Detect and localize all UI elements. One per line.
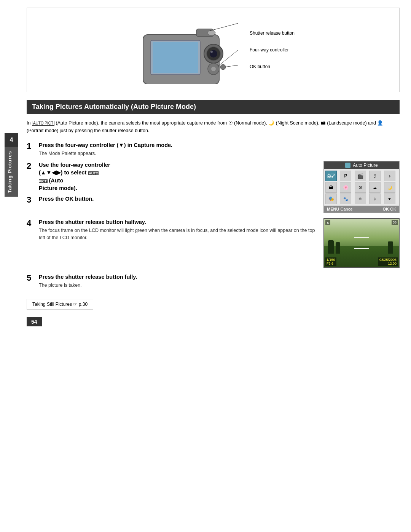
palette-mode7[interactable]: 🌸 — [340, 182, 351, 193]
step-5-sub: The picture is taken. — [39, 282, 400, 289]
palette-mode11[interactable]: 🎭 — [325, 193, 337, 204]
palette-mode12[interactable]: 🐾 — [340, 193, 351, 204]
step-1-row: 1 Press the four-way controller (▼) in C… — [27, 141, 400, 157]
svg-point-8 — [210, 51, 213, 53]
auto-pict-icon: AUTO PICT — [32, 121, 54, 126]
palette-mode9[interactable]: ☁ — [369, 182, 381, 193]
step-4-inner: 4 Press the shutter release button halfw… — [27, 218, 316, 241]
lcd-shutter-speed: 1/150 — [327, 258, 335, 262]
step-5-title: Press the shutter release button fully. — [39, 273, 400, 281]
palette-mode10[interactable]: 🌙 — [384, 182, 395, 193]
intro-paragraph: In AUTO PICT (Auto Picture mode), the ca… — [27, 119, 400, 134]
step-1-content: Press the four-way controller (▼) in Cap… — [39, 141, 400, 157]
step-4-row: 4 Press the shutter release button halfw… — [27, 218, 400, 268]
palette-menu-label: MENU Cancel — [327, 207, 354, 211]
lcd-top-bar: ▲ 36 — [325, 220, 398, 225]
palette-mode14[interactable]: ‡ — [369, 193, 381, 204]
camera-illustration — [132, 16, 238, 84]
palette-bottom-bar: MENU Cancel OK OK — [324, 206, 399, 212]
step-3-content: Press the OK button. — [39, 195, 316, 203]
lcd-landscape-scene: ▲ 36 1/150 F2.6 08/25/2006 — [324, 219, 399, 267]
camera-svg — [132, 16, 238, 84]
fourway-label-text: Four-way controller — [250, 47, 289, 53]
palette-movie-mode[interactable]: 🎬 — [355, 171, 366, 181]
chapter-label: Taking Pictures — [5, 147, 18, 197]
palette-mode5[interactable]: ♪ — [384, 171, 395, 181]
palette-mode6[interactable]: 🏔 — [325, 182, 337, 193]
steps-section: 1 Press the four-way controller (▼) in C… — [27, 141, 400, 293]
page-number-area: 54 — [27, 317, 400, 326]
lcd-frame-count: 36 — [392, 220, 398, 225]
shutter-label: Shutter release button — [250, 30, 295, 36]
lcd-aperture: F2.6 — [327, 262, 335, 265]
step-4-number: 4 — [27, 218, 39, 228]
step-5-content: Press the shutter release button fully. … — [39, 273, 400, 289]
svg-rect-12 — [208, 75, 212, 78]
palette-mode8[interactable]: ⊙ — [355, 182, 366, 193]
step-2-block: 2 Use the four-way controller(▲▼◀▶) to s… — [27, 161, 316, 192]
palette-voice-mode[interactable]: 🎙 — [369, 171, 381, 181]
step-5-row: 5 Press the shutter release button fully… — [27, 273, 400, 289]
steps-2-3-content: 2 Use the four-way controller(▲▼◀▶) to s… — [27, 161, 316, 205]
step-4-content: 4 Press the shutter release button halfw… — [27, 218, 316, 245]
lcd-preview-box: ▲ 36 1/150 F2.6 08/25/2006 — [323, 218, 400, 268]
palette-camera-icon — [345, 163, 350, 168]
mode-palette-box: Auto Picture AUTOPICT P 🎬 🎙 ♪ 🏔 🌸 ⊙ ☁ — [323, 161, 400, 213]
sidebar: 4 Taking Pictures — [0, 0, 23, 532]
step-4-sub: The focus frame on the LCD monitor will … — [39, 227, 316, 241]
palette-ok-label: OK OK — [383, 207, 396, 211]
page-number: 54 — [27, 317, 42, 326]
palette-title-text: Auto Picture — [353, 163, 378, 168]
steps-2-3-row: 2 Use the four-way controller(▲▼◀▶) to s… — [27, 161, 400, 213]
camera-labels: Shutter release button Four-way controll… — [250, 30, 295, 69]
svg-point-4 — [208, 30, 215, 35]
palette-mode13[interactable]: ♾ — [355, 193, 366, 204]
camera-diagram-inner: Shutter release button Four-way controll… — [132, 16, 295, 84]
palette-mode15[interactable]: ♥ — [384, 193, 395, 204]
lcd-overlay: ▲ 36 1/150 F2.6 08/25/2006 — [324, 219, 399, 267]
lcd-focus-frame — [354, 237, 369, 249]
lcd-date: 08/25/2006 — [379, 258, 397, 262]
shutter-label-text: Shutter release button — [250, 30, 295, 36]
svg-rect-2 — [153, 42, 198, 73]
svg-line-16 — [225, 65, 238, 67]
lcd-bottom-bar: 1/150 F2.6 08/25/2006 12:00 — [325, 257, 398, 266]
svg-line-14 — [210, 23, 238, 31]
step-1-number: 1 — [27, 141, 39, 151]
step-3-number: 3 — [27, 195, 39, 205]
fourway-label: Four-way controller — [250, 47, 295, 53]
chapter-number: 4 — [5, 133, 18, 147]
step-2-number: 2 — [27, 161, 39, 171]
palette-auto-pict[interactable]: AUTOPICT — [325, 171, 337, 181]
palette-p-mode[interactable]: P — [340, 171, 351, 181]
ok-button-label: OK button — [250, 64, 295, 69]
step-4-title: Press the shutter release button halfway… — [39, 218, 316, 226]
step-5-number: 5 — [27, 273, 39, 283]
step-3-title: Press the OK button. — [39, 195, 316, 203]
step-1-title: Press the four-way controller (▼) in Cap… — [39, 141, 400, 149]
step-2-title: Use the four-way controller(▲▼◀▶) to sel… — [39, 161, 316, 192]
palette-title: Auto Picture — [324, 161, 399, 169]
step-1-sub: The Mode Palette appears. — [39, 150, 400, 157]
step-2-content: Use the four-way controller(▲▼◀▶) to sel… — [39, 161, 316, 192]
palette-icons-grid: AUTOPICT P 🎬 🎙 ♪ 🏔 🌸 ⊙ ☁ 🌙 🎭 🐾 — [324, 169, 399, 206]
ok-button-label-text: OK button — [250, 64, 270, 69]
svg-point-10 — [211, 67, 216, 71]
svg-point-13 — [220, 64, 226, 70]
camera-diagram-box: Shutter release button Four-way controll… — [27, 8, 400, 92]
lcd-time: 12:00 — [379, 262, 397, 265]
lcd-date-time: 08/25/2006 12:00 — [378, 257, 398, 266]
section-title: Taking Pictures Automatically (Auto Pict… — [27, 100, 400, 114]
step-4-text: Press the shutter release button halfway… — [39, 218, 316, 241]
lcd-exposure-info: 1/150 F2.6 — [325, 257, 336, 266]
auto-pict-badge: AUTOPICT — [39, 171, 99, 183]
step-3-block: 3 Press the OK button. — [27, 195, 316, 205]
reference-box: Taking Still Pictures ☞ p.30 — [27, 299, 93, 310]
lcd-mode-icon: ▲ — [325, 220, 330, 225]
svg-rect-11 — [202, 75, 207, 78]
main-content: Shutter release button Four-way controll… — [23, 0, 411, 532]
